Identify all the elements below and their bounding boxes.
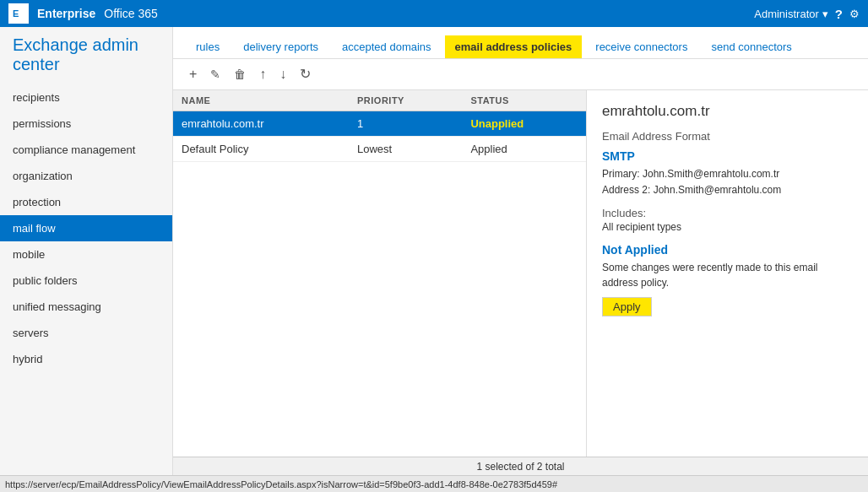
delete-button[interactable]: 🗑 — [231, 67, 249, 82]
add-button[interactable]: + — [186, 66, 200, 83]
smtp-address2-line: Address 2: John.Smith@emrahtolu.com — [602, 182, 853, 198]
sidebar-item-unified-messaging[interactable]: unified messaging — [0, 294, 172, 320]
table-row[interactable]: emrahtolu.com.tr1Unapplied — [173, 111, 586, 137]
detail-not-applied-label: Not Applied — [602, 243, 853, 257]
content-area: NAME PRIORITY STATUS emrahtolu.com.tr1Un… — [173, 89, 868, 492]
cell-status: Applied — [462, 137, 586, 162]
sidebar-item-compliance-management[interactable]: compliance management — [0, 137, 172, 163]
col-name: NAME — [173, 90, 349, 111]
tab-rules[interactable]: rules — [186, 35, 230, 58]
sidebar-item-protection[interactable]: protection — [0, 189, 172, 215]
detail-format-label: Email Address Format — [602, 130, 853, 143]
toolbar: + ✎ 🗑 ↑ ↓ ↻ — [173, 59, 868, 89]
product-name2: Office 365 — [104, 7, 158, 20]
chevron-down-icon: ▾ — [822, 8, 828, 20]
app-logo: E — [8, 3, 29, 24]
sidebar-item-permissions[interactable]: permissions — [0, 111, 172, 137]
status-text: 1 selected of 2 total — [476, 461, 564, 473]
sidebar-item-public-folders[interactable]: public folders — [0, 268, 172, 294]
admin-label: Administrator — [754, 8, 819, 20]
sidebar-item-servers[interactable]: servers — [0, 320, 172, 346]
sidebar-item-mobile[interactable]: mobile — [0, 241, 172, 268]
sidebar-item-mail-flow[interactable]: mail flow — [0, 215, 172, 241]
nav-tabs: rulesdelivery reportsaccepted domainsema… — [173, 27, 868, 59]
help-icon[interactable]: ? — [835, 7, 843, 21]
main-content: rulesdelivery reportsaccepted domainsema… — [173, 27, 868, 492]
top-bar: E Enterprise Office 365 Administrator ▾ … — [0, 0, 868, 27]
status-bar: 1 selected of 2 total — [173, 457, 868, 475]
detail-not-applied-desc: Some changes were recently made to this … — [602, 260, 853, 290]
detail-includes-label: Includes: — [602, 207, 853, 219]
admin-menu[interactable]: Administrator ▾ — [754, 8, 828, 20]
sidebar-item-hybrid[interactable]: hybrid — [0, 346, 172, 372]
smtp-primary-line: Primary: John.Smith@emrahtolu.com.tr — [602, 166, 853, 182]
detail-smtp-label: SMTP — [602, 149, 853, 163]
col-status: STATUS — [462, 90, 586, 111]
settings-icon[interactable]: ⚙ — [849, 8, 860, 20]
tab-receive-connectors[interactable]: receive connectors — [585, 35, 697, 58]
top-bar-right: Administrator ▾ ? ⚙ — [754, 7, 860, 21]
edit-button[interactable]: ✎ — [207, 67, 224, 82]
sidebar-item-organization[interactable]: organization — [0, 163, 172, 189]
table-area: NAME PRIORITY STATUS emrahtolu.com.tr1Un… — [173, 90, 587, 492]
url-bar: https://server/ecp/EmailAddressPolicy/Vi… — [0, 475, 868, 492]
detail-includes-value: All recipient types — [602, 221, 853, 233]
col-priority: PRIORITY — [349, 90, 462, 111]
cell-status: Unapplied — [462, 111, 586, 137]
product-name: Enterprise — [37, 7, 95, 20]
table-row[interactable]: Default PolicyLowestApplied — [173, 137, 586, 162]
cell-priority: 1 — [349, 111, 462, 137]
sidebar: Exchange admin center recipientspermissi… — [0, 27, 173, 492]
cell-name: emrahtolu.com.tr — [173, 111, 349, 137]
move-up-button[interactable]: ↑ — [256, 66, 269, 83]
tab-email-address-policies[interactable]: email address policies — [445, 35, 583, 58]
tab-accepted-domains[interactable]: accepted domains — [332, 35, 442, 58]
page-title: Exchange admin center — [0, 35, 172, 84]
sidebar-item-recipients[interactable]: recipients — [0, 84, 172, 111]
detail-smtp-primary: Primary: John.Smith@emrahtolu.com.tr Add… — [602, 166, 853, 198]
move-down-button[interactable]: ↓ — [276, 66, 290, 83]
svg-text:E: E — [13, 8, 19, 19]
tab-send-connectors[interactable]: send connectors — [701, 35, 801, 58]
detail-panel: emrahtolu.com.tr Email Address Format SM… — [587, 90, 868, 492]
detail-domain: emrahtolu.com.tr — [602, 103, 853, 120]
table-header-row: NAME PRIORITY STATUS — [173, 90, 586, 111]
url-text: https://server/ecp/EmailAddressPolicy/Vi… — [5, 479, 557, 489]
apply-button[interactable]: Apply — [602, 297, 652, 316]
page-layout: Exchange admin center recipientspermissi… — [0, 27, 868, 492]
refresh-button[interactable]: ↻ — [296, 66, 314, 83]
cell-name: Default Policy — [173, 137, 349, 162]
policies-table: NAME PRIORITY STATUS emrahtolu.com.tr1Un… — [173, 90, 586, 162]
cell-priority: Lowest — [349, 137, 462, 162]
tab-delivery-reports[interactable]: delivery reports — [233, 35, 328, 58]
